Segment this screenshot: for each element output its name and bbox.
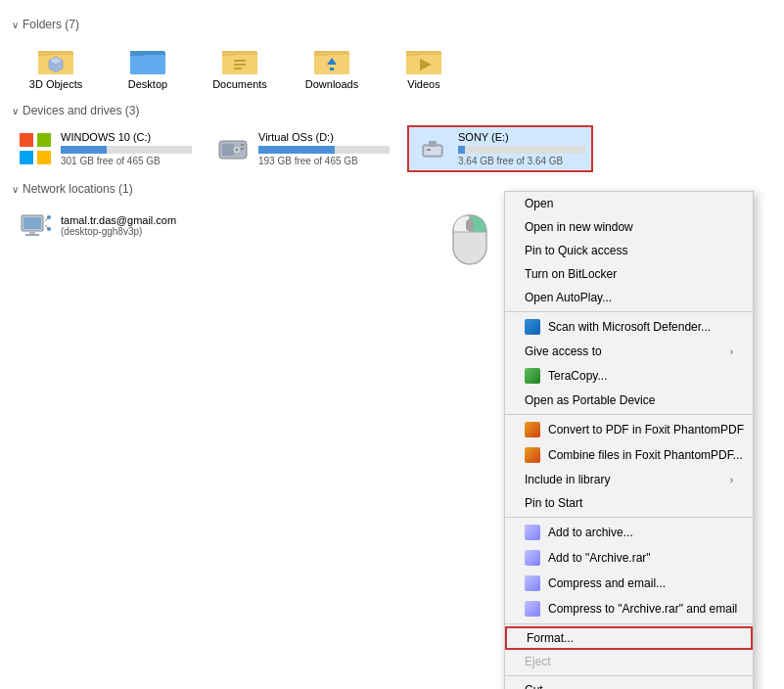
folder-item-desktop[interactable]: Desktop — [104, 39, 192, 94]
folder-item-documents[interactable]: Documents — [196, 39, 284, 94]
context-menu-item-compress-rar-email[interactable]: Compress to "Archive.rar" and email — [505, 596, 753, 621]
drive-name-d: Virtual OSs (D:) — [258, 131, 390, 143]
folder-label-documents: Documents — [212, 78, 267, 90]
context-menu-item-autoplay[interactable]: Open AutoPlay... — [505, 286, 753, 309]
drive-icon-e — [415, 131, 450, 166]
context-menu-item-eject[interactable]: Eject — [505, 650, 753, 673]
folder-label-3dobjects: 3D Objects — [29, 78, 82, 90]
drive-icon-c — [18, 131, 53, 166]
network-name-gmail: tamal.tr.das@gmail.com — [61, 214, 176, 226]
foxit-icon-1 — [525, 422, 540, 437]
svg-rect-6 — [130, 55, 165, 74]
context-menu-item-compress-email[interactable]: Compress and email... — [505, 571, 753, 596]
context-menu-label-add-archive: Add to archive... — [548, 526, 733, 539]
svg-point-44 — [47, 227, 51, 231]
context-menu-item-cut[interactable]: Cut — [505, 678, 753, 689]
svg-rect-2 — [38, 51, 52, 56]
folder-icon-videos — [404, 43, 443, 76]
context-menu-item-open-new-window[interactable]: Open in new window — [505, 215, 753, 239]
give-access-arrow: › — [730, 346, 733, 357]
devices-label: Devices and drives (3) — [23, 104, 139, 117]
svg-rect-32 — [241, 148, 244, 150]
svg-rect-24 — [37, 133, 51, 147]
context-menu-sep-3 — [505, 517, 753, 518]
folders-label: Folders (7) — [23, 18, 79, 31]
drive-info-e: SONY (E:) 3.64 GB free of 3.64 GB — [458, 131, 585, 166]
devices-section-header: Devices and drives (3) — [12, 104, 772, 117]
context-menu-label-format: Format... — [527, 631, 731, 645]
svg-rect-38 — [23, 217, 41, 229]
drive-bar-c — [61, 146, 107, 154]
context-menu-item-bitlocker[interactable]: Turn on BitLocker — [505, 262, 753, 286]
context-menu-item-add-archive-rar[interactable]: Add to "Archive.rar" — [505, 545, 753, 571]
rar-icon-1 — [525, 525, 540, 540]
context-menu-label-pin-start: Pin to Start — [525, 496, 733, 510]
context-menu-label-autoplay: Open AutoPlay... — [525, 291, 733, 304]
svg-rect-28 — [222, 144, 234, 156]
context-menu-label-open-new-window: Open in new window — [525, 220, 733, 234]
svg-rect-18 — [330, 68, 334, 70]
svg-rect-16 — [314, 51, 328, 56]
drive-bar-container-d — [258, 146, 390, 154]
context-menu-item-open-portable[interactable]: Open as Portable Device — [505, 389, 753, 412]
context-menu-item-convert-foxit[interactable]: Convert to PDF in Foxit PhantomPDF — [505, 417, 753, 442]
folder-label-desktop: Desktop — [128, 78, 167, 90]
drive-icon-d — [215, 131, 251, 166]
context-menu-item-pin-start[interactable]: Pin to Start — [505, 491, 753, 515]
context-menu-item-pin-quick[interactable]: Pin to Quick access — [505, 239, 753, 262]
svg-rect-31 — [241, 144, 244, 146]
context-menu-item-give-access[interactable]: Give access to › — [505, 340, 753, 363]
teracopy-icon — [525, 368, 540, 384]
context-menu-item-teracopy[interactable]: TeraCopy... — [505, 363, 753, 389]
svg-rect-26 — [37, 151, 51, 164]
network-sub-gmail: (desktop-ggh8v3p) — [61, 226, 176, 237]
drive-name-c: WINDOWS 10 (C:) — [61, 131, 192, 143]
network-item-gmail[interactable]: tamal.tr.das@gmail.com (desktop-ggh8v3p) — [12, 204, 208, 247]
folder-item-3dobjects[interactable]: 3D Objects — [12, 39, 100, 94]
folder-label-videos: Videos — [407, 78, 439, 90]
network-label: Network locations (1) — [23, 182, 133, 196]
network-info-gmail: tamal.tr.das@gmail.com (desktop-ggh8v3p) — [61, 214, 176, 237]
drive-item-e[interactable]: SONY (E:) 3.64 GB free of 3.64 GB — [407, 125, 593, 172]
context-menu-label-open: Open — [525, 197, 733, 210]
drive-size-e: 3.64 GB free of 3.64 GB — [458, 156, 585, 166]
context-menu-item-combine-foxit[interactable]: Combine files in Foxit PhantomPDF... — [505, 442, 753, 468]
folder-item-downloads[interactable]: Downloads — [288, 39, 376, 94]
context-menu-item-add-archive[interactable]: Add to archive... — [505, 520, 753, 545]
context-menu-item-defender[interactable]: Scan with Microsoft Defender... — [505, 314, 753, 340]
network-icon-gmail — [18, 207, 53, 243]
svg-rect-35 — [425, 147, 440, 155]
foxit-icon-2 — [525, 447, 540, 463]
context-menu-sep-2 — [505, 414, 753, 415]
folder-item-videos[interactable]: Videos — [380, 39, 468, 94]
svg-point-30 — [236, 149, 239, 152]
include-library-arrow: › — [730, 475, 733, 485]
defender-icon — [525, 319, 540, 335]
mouse-cursor — [445, 206, 494, 274]
drive-info-d: Virtual OSs (D:) 193 GB free of 465 GB — [258, 131, 390, 166]
drive-info-c: WINDOWS 10 (C:) 301 GB free of 465 GB — [61, 131, 192, 166]
drive-item-c[interactable]: WINDOWS 10 (C:) 301 GB free of 465 GB — [12, 125, 198, 172]
context-menu-label-combine-foxit: Combine files in Foxit PhantomPDF... — [548, 448, 743, 462]
drive-item-d[interactable]: Virtual OSs (D:) 193 GB free of 465 GB — [209, 125, 395, 172]
folder-icon-downloads — [312, 43, 351, 76]
svg-rect-36 — [427, 149, 431, 151]
context-menu-label-pin-quick: Pin to Quick access — [525, 244, 733, 257]
svg-point-43 — [47, 215, 51, 219]
folder-label-downloads: Downloads — [305, 78, 358, 90]
context-menu-item-open[interactable]: Open — [505, 192, 753, 215]
context-menu-item-format[interactable]: Format... — [505, 626, 753, 650]
svg-rect-21 — [406, 51, 420, 56]
context-menu-label-compress-rar-email: Compress to "Archive.rar" and email — [548, 602, 737, 616]
drive-bar-d — [258, 146, 335, 154]
context-menu-label-add-archive-rar: Add to "Archive.rar" — [548, 551, 733, 565]
svg-rect-23 — [20, 133, 33, 147]
rar-icon-4 — [525, 601, 540, 617]
context-menu-sep-5 — [505, 675, 753, 676]
svg-rect-40 — [25, 234, 39, 236]
svg-rect-13 — [234, 68, 242, 69]
context-menu-label-compress-email: Compress and email... — [548, 576, 733, 590]
context-menu-item-include-library[interactable]: Include in library › — [505, 468, 753, 491]
context-menu-label-include-library: Include in library — [525, 473, 730, 486]
svg-rect-11 — [234, 60, 246, 62]
